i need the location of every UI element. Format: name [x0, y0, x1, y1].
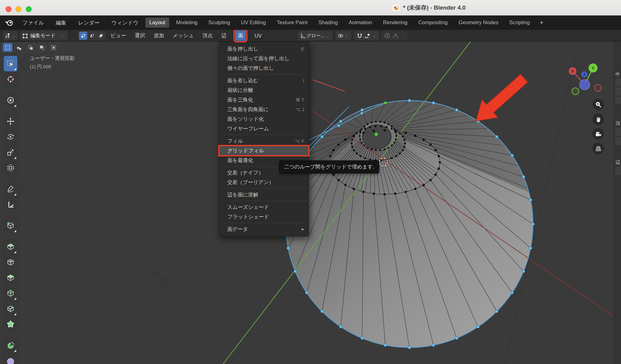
workspace-tab-modeling[interactable]: Modeling [172, 18, 202, 28]
workspace-tab-geometry-nodes[interactable]: Geometry Nodes [455, 18, 503, 28]
context-menu-item-extrude-along-normals[interactable]: 法線に沿って面を押し出し [219, 54, 309, 63]
gizmo-view-ball[interactable] [580, 80, 590, 90]
select-mode-buttons [78, 31, 106, 40]
context-menu-item-shade-flat[interactable]: フラットシェード [219, 212, 309, 222]
header-menu-mesh[interactable]: メッシュ [173, 32, 194, 39]
tool-header: ⌄ 編集モード ⌄ ビュー選択追加メッシュ頂点辺面UV グロー... ⌄ ⌄ [0, 30, 621, 42]
tool-group [3, 55, 19, 88]
measure-icon [7, 200, 15, 209]
zoom-window-button[interactable] [26, 6, 32, 12]
menubar-item-window[interactable]: ウィンドウ [108, 18, 142, 28]
snap-increment-icon [364, 33, 370, 39]
select-extend-button[interactable] [14, 43, 24, 52]
scale-tool[interactable] [4, 145, 17, 160]
face-select-mode-button[interactable] [97, 32, 105, 40]
sidebar-tab-3[interactable]: 辺 [615, 160, 620, 165]
editor-type-button[interactable]: ⌄ [3, 31, 18, 40]
header-menu-face[interactable]: 面 [235, 30, 246, 41]
context-menu-item-shade-smooth[interactable]: スムーズシェード [219, 202, 309, 212]
gizmo-neg-y-ball[interactable] [572, 88, 579, 95]
add-workspace-button[interactable]: + [537, 19, 546, 27]
loop-cut-tool[interactable] [4, 285, 17, 301]
sidebar-strip[interactable]: 中頂辺 [614, 42, 621, 364]
workspace-tab-animation[interactable]: Animation [345, 18, 376, 28]
header-menu-view[interactable]: ビュー [111, 32, 126, 39]
inset-faces-tool[interactable] [4, 254, 17, 270]
vertex-select-mode-button[interactable] [79, 32, 87, 40]
viewport-header-menus: ビュー選択追加メッシュ頂点辺面UV [111, 30, 262, 42]
menubar-item-render[interactable]: レンダー [75, 18, 103, 28]
minimize-window-button[interactable] [16, 6, 21, 12]
context-menu-item-triangulate[interactable]: 面を三角化⌘ T [219, 95, 309, 105]
workspace-tab-scripting[interactable]: Scripting [505, 18, 534, 28]
context-menu-item-fill[interactable]: フィル⌥ F [219, 136, 309, 146]
measure-tool[interactable] [4, 197, 17, 212]
context-menu-item-tris-to-quads[interactable]: 三角面を四角面に⌥ J [219, 105, 309, 114]
snapping-controls[interactable]: ⌄ [354, 31, 379, 40]
pan-button[interactable] [592, 114, 604, 125]
bevel-tool[interactable] [4, 270, 17, 285]
context-menu-item-wireframe[interactable]: ワイヤーフレーム [219, 124, 309, 133]
sidebar-tab-2[interactable]: 頂 [615, 120, 620, 126]
tool-column [3, 55, 19, 364]
workspace-tab-uv-editing[interactable]: UV Editing [237, 18, 270, 28]
blender-logo-icon[interactable] [4, 19, 14, 27]
workspace-tab-compositing[interactable]: Compositing [414, 18, 452, 28]
extrude-region-tool[interactable] [4, 239, 17, 254]
header-menu-uv[interactable]: UV [255, 33, 262, 39]
spin-tool[interactable] [4, 338, 17, 353]
menubar-item-file[interactable]: ファイル [19, 18, 48, 28]
poly-build-tool[interactable] [4, 317, 17, 332]
viewport-3d[interactable]: ユーザー・透視投影 (1) 円.005 ZXY 中頂辺 ⌄ [0, 0, 621, 364]
transform-tool[interactable] [4, 160, 17, 176]
orientation-dropdown[interactable]: グロー... ⌄ [297, 31, 333, 40]
toggle-ortho-button[interactable] [592, 143, 604, 154]
context-menu-item-poke-faces[interactable]: 扇状に分離 [219, 85, 309, 95]
context-menu-item-dissolve-edges[interactable]: 辺を面に溶解 [219, 190, 309, 200]
mode-selector[interactable]: 編集モード ⌄ [20, 31, 68, 40]
knife-tool[interactable] [4, 301, 17, 317]
proportional-editing-controls[interactable]: ⌄ [382, 31, 408, 40]
add-cube-tool[interactable] [4, 218, 17, 233]
workspace-tab-texture-paint[interactable]: Texture Paint [273, 18, 311, 28]
face-mode-icon [98, 33, 103, 38]
header-menu-select[interactable]: 選択 [135, 32, 145, 39]
chevron-down-icon: ⌄ [325, 34, 330, 38]
annotate-tool[interactable] [4, 181, 17, 197]
gizmo-neg-x-ball[interactable] [595, 84, 601, 91]
workspace-tab-layout[interactable]: Layout [145, 18, 169, 28]
navigation-gizmo[interactable]: ZXY [564, 61, 613, 101]
zoom-button[interactable] [592, 99, 604, 110]
workspace-tab-rendering[interactable]: Rendering [379, 18, 411, 28]
context-menu-item-extrude-faces[interactable]: 面を押し出しE [219, 44, 309, 54]
select-intersect-button[interactable] [49, 43, 58, 52]
select-subtract-button[interactable] [26, 43, 35, 52]
rotate-tool[interactable] [4, 129, 17, 145]
menu-separator [220, 223, 308, 223]
menu-item-label: フィル [227, 138, 295, 145]
context-menu-item-grid-fill[interactable]: グリッドフィル [219, 146, 309, 155]
pivot-point-dropdown[interactable]: ⌄ [336, 31, 351, 40]
select-invert-button[interactable] [37, 43, 47, 52]
move-tool[interactable] [4, 114, 17, 129]
context-menu-item-extrude-individual[interactable]: 個々の面で押し出し [219, 63, 309, 73]
select-set-button[interactable] [3, 43, 12, 52]
menubar-item-edit[interactable]: 編集 [52, 18, 70, 28]
sidebar-tab-1[interactable]: 中 [615, 71, 620, 77]
cursor-tool[interactable] [4, 71, 17, 87]
close-window-button[interactable] [6, 6, 11, 12]
header-menu-add[interactable]: 追加 [154, 32, 164, 39]
context-menu-item-face-data[interactable]: 面データ▶ [219, 224, 309, 234]
camera-view-button[interactable] [592, 128, 604, 140]
context-menu-item-inset-faces[interactable]: 面を差し込むI [219, 76, 309, 85]
workspace-tab-sculpting[interactable]: Sculpting [204, 18, 234, 28]
workspace-tab-shading[interactable]: Shading [315, 18, 342, 28]
select-box-tool[interactable] [4, 56, 17, 71]
select-circle-tool[interactable] [4, 92, 17, 108]
smooth-tool[interactable] [4, 353, 17, 364]
header-menu-edge[interactable]: 辺 [221, 32, 227, 39]
edge-select-mode-button[interactable] [88, 32, 96, 40]
context-menu-item-solidify[interactable]: 面をソリッド化 [219, 114, 309, 124]
header-menu-vertex[interactable]: 頂点 [202, 32, 213, 39]
context-menu-item-intersect-boolean[interactable]: 交差（ブーリアン） [219, 178, 309, 187]
